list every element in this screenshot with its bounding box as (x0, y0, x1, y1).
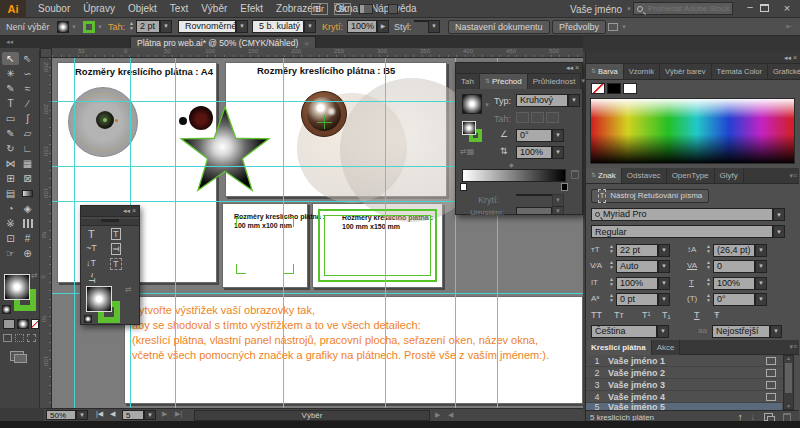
leading-field[interactable]: (26,4 pt) (713, 244, 755, 257)
tab-prechod[interactable]: ⇅Přechod (480, 74, 528, 89)
font-size-field[interactable]: 22 pt (616, 244, 658, 257)
opacity-dd-icon[interactable]: ▶ (377, 20, 389, 33)
panel-collapse-icon[interactable]: ◂◂ (123, 207, 130, 214)
stroke-weight-stepper[interactable]: ▲▼ (128, 21, 135, 31)
artboard-row-selected[interactable]: 5 Vaše jméno 5 (586, 403, 782, 410)
menu-upravy[interactable]: Úpravy (83, 3, 115, 14)
collapse-controlbar-icon[interactable]: ⇤ (786, 22, 793, 31)
eyedropper-tool[interactable]: ◔ (2, 202, 19, 215)
scroll-up-icon[interactable]: ▲ (786, 355, 791, 361)
vertical-area-type-tool-btn[interactable]: T (111, 243, 121, 255)
document-tab-title[interactable]: Plátna pro web.ai* @ 50% (CMYK/Náhled) (137, 38, 298, 48)
font-size-stepper[interactable]: ▲▼ (608, 244, 615, 254)
gradient-tool[interactable] (19, 187, 36, 200)
slice-tool[interactable]: # (19, 232, 36, 245)
rotate-tool[interactable]: ↻ (2, 142, 19, 155)
artboard-tool[interactable]: ⊡ (2, 232, 19, 245)
hand-tool[interactable]: ☞ (2, 247, 19, 260)
small-caps-button[interactable]: Tᴛ (614, 310, 624, 320)
brush-dd-icon[interactable]: ▼ (304, 20, 316, 33)
line-segment-tool[interactable]: ∕ (19, 97, 36, 110)
leading-dd-icon[interactable]: ▼ (755, 244, 767, 257)
area-type-tool-btn[interactable]: T (111, 228, 121, 240)
tab-znak[interactable]: ⇅Znak (586, 168, 622, 183)
kerning-field[interactable]: Auto (616, 260, 658, 273)
v-scale-stepper[interactable]: ▲▼ (705, 277, 712, 287)
bridge-button[interactable]: Br (311, 3, 328, 15)
artboard-row[interactable]: 2 Vaše jméno 2 (586, 367, 782, 379)
menu-vyber[interactable]: Výběr (201, 3, 227, 14)
tab-vzornik[interactable]: Vzorník (624, 64, 660, 79)
pencil-tool[interactable]: ✎ (2, 127, 19, 140)
panel-close-icon[interactable]: × (132, 207, 136, 214)
opacity-label[interactable]: Krytí: (322, 22, 343, 32)
status-menu-icon[interactable]: ▶ (435, 411, 440, 419)
zoom-dd-icon[interactable]: ▼ (76, 410, 88, 420)
menu-text[interactable]: Text (170, 3, 188, 14)
tab-opentype[interactable]: OpenType (667, 168, 715, 183)
panel-grip[interactable] (81, 219, 139, 226)
tab-barva[interactable]: ⇅Barva (586, 64, 624, 79)
default-fill-stroke-icon[interactable] (2, 305, 11, 314)
free-transform-tool[interactable]: ▦ (19, 157, 36, 170)
tab-graficke-styly[interactable]: Grafické styly (768, 64, 800, 79)
artboard-row[interactable]: 3 Vaše jméno 3 (586, 379, 782, 391)
artboard-list-scrollbar[interactable]: ▲ ▼ (783, 355, 794, 410)
baseline-field[interactable]: 0 pt (616, 293, 658, 306)
font-family-field[interactable]: Myriad Pro (591, 208, 773, 221)
style-field[interactable] (414, 20, 428, 22)
menu-efekt[interactable]: Efekt (240, 3, 263, 14)
style-dd-icon[interactable]: ▼ (428, 20, 440, 33)
underline-button[interactable]: T (694, 310, 700, 320)
artboard-page-icon[interactable] (766, 357, 776, 365)
artboard-row-name[interactable]: Vaše jméno 2 (608, 368, 665, 378)
font-size-dd-icon[interactable]: ▼ (658, 244, 670, 257)
menu-soubor[interactable]: Soubor (38, 3, 70, 14)
panel-close-icon[interactable]: × (575, 64, 579, 71)
font-family-dd-icon[interactable]: ▼ (773, 208, 785, 221)
gradient-star[interactable] (177, 105, 273, 201)
subscript-button[interactable]: T₁ (662, 310, 671, 320)
curvature-tool[interactable]: ≈ (19, 82, 36, 95)
width-profile-field[interactable]: Rovnoměrné (178, 20, 236, 33)
gradient-slider[interactable] (462, 169, 566, 182)
scroll-down-icon[interactable]: ▼ (786, 403, 791, 409)
menu-objekt[interactable]: Objekt (128, 3, 157, 14)
color-mode-button[interactable] (3, 319, 15, 329)
magic-wand-tool[interactable]: ✳ (2, 67, 19, 80)
stroke-swatch[interactable] (83, 21, 95, 33)
scroll-thumb[interactable] (785, 363, 792, 393)
baseline-dd-icon[interactable]: ▼ (658, 293, 670, 306)
dock-close-icon[interactable]: × (793, 54, 797, 61)
font-style-dd-icon[interactable]: ▼ (773, 225, 785, 238)
column-graph-tool[interactable] (19, 217, 36, 230)
symbol-sprayer-tool[interactable]: ※ (2, 217, 19, 230)
angle-field[interactable]: 0° (516, 129, 552, 142)
stroke-caret-icon[interactable]: ▼ (97, 24, 103, 30)
stroke-weight-dd-icon[interactable]: ▼ (160, 20, 172, 33)
brush-field[interactable]: 5 b. kulatý (252, 20, 304, 33)
stroke-weight-field[interactable]: 2 pt (136, 20, 160, 33)
type-tool-btn[interactable]: T (88, 228, 95, 240)
zoom-tool[interactable]: ⊕ (19, 247, 36, 260)
antialias-field[interactable]: Nejostřejší (712, 325, 770, 338)
dock-header[interactable]: ◂◂ × (586, 52, 800, 64)
leading-stepper[interactable]: ▲▼ (705, 244, 712, 254)
black-swatch[interactable] (607, 83, 621, 94)
last-artboard-icon[interactable]: ▶| (175, 410, 182, 418)
artboard-row-name[interactable]: Vaše jméno 3 (608, 380, 665, 390)
artboard-row[interactable]: 4 Vaše jméno 4 (586, 391, 782, 403)
panel-menu-icon[interactable]: ▾≡ (789, 343, 799, 351)
rotation-stepper[interactable]: ▲▼ (705, 293, 712, 303)
panel-fill-swatch[interactable] (86, 286, 112, 312)
gradient-stop-black[interactable] (561, 183, 568, 191)
white-swatch[interactable] (623, 83, 637, 94)
preferences-button[interactable]: Předvolby (552, 20, 606, 34)
align-caret-icon[interactable]: ▼ (621, 24, 627, 30)
swap-fill-stroke-icon[interactable]: ⇄ (31, 271, 38, 280)
dock-collapse-icon[interactable]: ◂◂ (784, 54, 791, 61)
stroke-weight-label[interactable]: Tah: (108, 22, 125, 32)
selection-tool[interactable]: ↖ (2, 52, 19, 65)
paintbrush-tool[interactable]: ʃ (19, 112, 36, 125)
v-scale-dd-icon[interactable]: ▼ (755, 277, 767, 290)
